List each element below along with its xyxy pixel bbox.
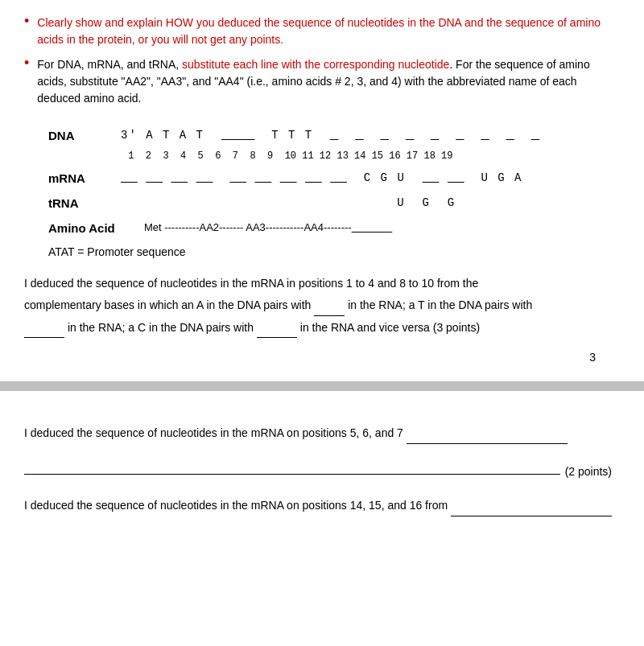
bullet2-black-prefix: For DNA, mRNA, and tRNA, [37,58,182,71]
amino-acid-label: Amino Acid [48,216,121,241]
page-number: 3 [24,351,612,364]
bullet-item-1: • Clearly show and explain HOW you deduc… [24,14,612,48]
amino-acid-sequence-cell: Met ----------AA2------- AA3-----------A… [121,216,588,241]
dna-label: DNA [48,123,121,148]
atat-note: ATAT = Promoter sequence [48,245,588,258]
bullet-text-1: Clearly show and explain HOW you deduced… [37,14,612,48]
bullet2-red-text: substitute each line with the correspond… [182,58,449,71]
bottom-section: I deduced the sequence of nucleotides in… [0,391,644,538]
mrna-141516-text: I deduced the sequence of nucleotides in… [24,494,612,516]
page-number-text: 3 [589,351,596,364]
dna-numbers-row: 1 2 3 4 5 6 7 8 9 10 11 12 13 14 15 16 1… [48,148,588,166]
bullet-dot-2: • [24,55,29,72]
blank-rna1 [314,294,345,316]
explanation-part2: complementary bases in which an A in the… [24,298,532,311]
page-divider [0,381,644,391]
numbers-label-spacer [48,148,121,166]
mrna-567-blank [407,422,568,444]
bullet-dot-1: • [24,13,29,30]
explanation-part3: in the RNA; a C in the DNA pairs with in… [24,321,480,334]
explanation-part1: I deduced the sequence of nucleotides in… [24,277,478,290]
blank-rna2 [24,316,64,339]
dna-numbers-cell: 1 2 3 4 5 6 7 8 9 10 11 12 13 14 15 16 1… [121,148,588,166]
top-section: • Clearly show and explain HOW you deduc… [0,0,644,381]
mrna-row: mRNA C G U U G A [48,166,588,191]
amino-acid-row: Amino Acid Met ----------AA2------- AA3-… [48,216,588,241]
mrna-567-text: I deduced the sequence of nucleotides in… [24,422,612,444]
points-2-text: (2 points) [565,465,612,478]
mrna-label: mRNA [48,166,121,191]
bullet1-red-text: Clearly show and explain HOW you deduced… [37,16,601,46]
atat-note-text: ATAT = Promoter sequence [48,245,186,258]
mrna-141516-section: I deduced the sequence of nucleotides in… [24,494,612,516]
full-underline-1 [24,459,560,475]
bullet-item-2: • For DNA, mRNA, and tRNA, substitute ea… [24,56,612,107]
points-2-label: (2 points) [565,465,612,478]
bullet-text-2: For DNA, mRNA, and tRNA, substitute each… [37,56,612,107]
trna-row: tRNA U G G [48,191,588,216]
dna-sequence-cell: 3′ A T A T T T T [121,123,588,148]
blank-rna3 [257,316,297,339]
mrna-567-section: I deduced the sequence of nucleotides in… [24,422,612,478]
trna-label: tRNA [48,191,121,216]
dna-sequence-section: DNA 3′ A T A T T T T 1 2 3 4 5 6 7 8 9 1… [24,115,612,258]
mrna-141516-label: I deduced the sequence of nucleotides in… [24,499,448,512]
page-container: • Clearly show and explain HOW you deduc… [0,0,644,646]
mrna-sequence-cell: C G U U G A [121,166,588,191]
explanation-paragraph: I deduced the sequence of nucleotides in… [24,273,612,339]
dna-table: DNA 3′ A T A T T T T 1 2 3 4 5 6 7 8 9 1… [48,123,588,241]
mrna-141516-blank [451,494,612,516]
trna-sequence-cell: U G G [121,191,588,216]
mrna-567-label: I deduced the sequence of nucleotides in… [24,426,403,439]
dna-row: DNA 3′ A T A T T T T [48,123,588,148]
